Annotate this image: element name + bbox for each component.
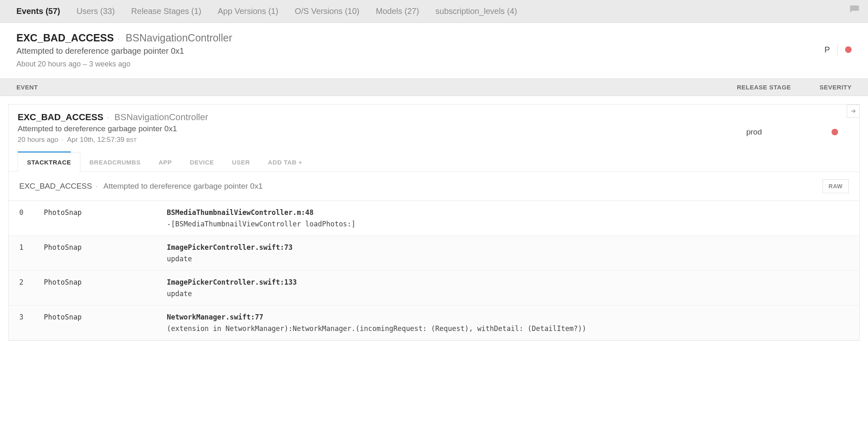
frame-index: 2: [19, 278, 44, 298]
top-tab[interactable]: Users (33): [77, 7, 115, 16]
event-timezone: BST: [126, 137, 136, 143]
sub-tab[interactable]: STACKTRACE: [18, 153, 80, 172]
event-time-ago: 20 hours ago: [18, 136, 58, 144]
frame-index: 0: [19, 208, 44, 228]
stack-frame[interactable]: 3PhotoSnapNetworkManager.swift:77(extens…: [9, 306, 859, 340]
separator: ·: [107, 114, 109, 122]
severity-indicator[interactable]: [845, 46, 852, 53]
error-header-left: EXC_BAD_ACCESS · BSNavigationController …: [16, 32, 825, 68]
sub-tab[interactable]: APP: [150, 153, 181, 171]
frame-location: ImagePickerController.swift:73update: [167, 243, 849, 263]
event-head: EXC_BAD_ACCESS · BSNavigationController …: [9, 105, 859, 146]
col-severity: SEVERITY: [811, 84, 852, 91]
frame-function: update: [167, 255, 849, 263]
divider: [837, 44, 838, 55]
frame-location: NetworkManager.swift:77(extension in Net…: [167, 313, 849, 333]
error-header: EXC_BAD_ACCESS · BSNavigationController …: [0, 23, 868, 79]
frame-location: ImagePickerController.swift:133update: [167, 278, 849, 298]
event-error-class: EXC_BAD_ACCESS: [18, 112, 103, 122]
top-tab[interactable]: Models (27): [376, 7, 419, 16]
error-class: EXC_BAD_ACCESS: [16, 32, 114, 43]
top-tab[interactable]: Release Stages (1): [131, 7, 201, 16]
frame-index: 3: [19, 313, 44, 333]
top-tab[interactable]: O/S Versions (10): [295, 7, 359, 16]
stage-badge[interactable]: P: [825, 45, 830, 55]
event-timestamp: Apr 10th, 12:57:39: [67, 136, 125, 144]
frame-function: -[BSMediaThumbnailViewController loadPho…: [167, 220, 849, 228]
top-tab[interactable]: Events (57): [16, 7, 60, 16]
event-head-right: prod: [746, 112, 850, 144]
col-release-stage: RELEASE STAGE: [737, 84, 811, 91]
frame-file: ImagePickerController.swift:133: [167, 278, 297, 286]
comment-icon[interactable]: [849, 5, 860, 18]
columns-header: EVENT RELEASE STAGE SEVERITY: [0, 79, 868, 96]
frame-module: PhotoSnap: [44, 208, 167, 228]
frame-module: PhotoSnap: [44, 313, 167, 333]
raw-button[interactable]: RAW: [823, 179, 849, 193]
trace-message: Attempted to dereference garbage pointer…: [103, 182, 263, 190]
error-time-range: About 20 hours ago – 3 weeks ago: [16, 60, 825, 68]
top-tab[interactable]: subscription_levels (4): [436, 7, 517, 16]
event-context: BSNavigationController: [114, 112, 208, 122]
trace-header: EXC_BAD_ACCESS · Attempted to dereferenc…: [9, 172, 859, 201]
sub-tab[interactable]: ADD TAB +: [259, 153, 311, 171]
stack-frame[interactable]: 2PhotoSnapImagePickerController.swift:13…: [9, 271, 859, 306]
trace-error-class: EXC_BAD_ACCESS: [19, 182, 92, 190]
frame-module: PhotoSnap: [44, 278, 167, 298]
sub-tab[interactable]: USER: [223, 153, 259, 171]
separator: ·: [62, 136, 64, 144]
col-event: EVENT: [16, 84, 737, 91]
next-event-button[interactable]: [847, 105, 860, 118]
frame-file: NetworkManager.swift:77: [167, 313, 263, 321]
error-context: BSNavigationController: [126, 32, 232, 43]
top-tab[interactable]: App Versions (1): [218, 7, 278, 16]
event-card: EXC_BAD_ACCESS · BSNavigationController …: [8, 104, 860, 341]
event-message: Attempted to dereference garbage pointer…: [18, 124, 746, 133]
stack-frames: 0PhotoSnapBSMediaThumbnailViewController…: [9, 201, 859, 340]
frame-module: PhotoSnap: [44, 243, 167, 263]
severity-dot[interactable]: [832, 129, 838, 135]
separator: ·: [96, 182, 98, 190]
frame-location: BSMediaThumbnailViewController.m:48-[BSM…: [167, 208, 849, 228]
frame-index: 1: [19, 243, 44, 263]
top-tabs: Events (57)Users (33)Release Stages (1)A…: [0, 0, 868, 23]
sub-tab[interactable]: BREADCRUMBS: [80, 153, 150, 171]
frame-function: update: [167, 290, 849, 298]
stack-frame[interactable]: 0PhotoSnapBSMediaThumbnailViewController…: [9, 201, 859, 236]
sub-tabs: STACKTRACEBREADCRUMBSAPPDEVICEUSERADD TA…: [9, 153, 859, 172]
event-time: 20 hours ago · Apr 10th, 12:57:39 BST: [18, 136, 746, 144]
sub-tab[interactable]: DEVICE: [181, 153, 223, 171]
release-stage-value: prod: [746, 128, 762, 137]
trace-header-left: EXC_BAD_ACCESS · Attempted to dereferenc…: [19, 182, 823, 191]
frame-function: (extension in NetworkManager):NetworkMan…: [167, 324, 849, 333]
stack-frame[interactable]: 1PhotoSnapImagePickerController.swift:73…: [9, 236, 859, 271]
error-header-right: P: [825, 32, 852, 55]
error-message: Attempted to dereference garbage pointer…: [16, 46, 825, 56]
separator: ·: [118, 35, 120, 43]
event-head-left: EXC_BAD_ACCESS · BSNavigationController …: [18, 112, 746, 144]
frame-file: ImagePickerController.swift:73: [167, 243, 293, 251]
frame-file: BSMediaThumbnailViewController.m:48: [167, 208, 314, 217]
